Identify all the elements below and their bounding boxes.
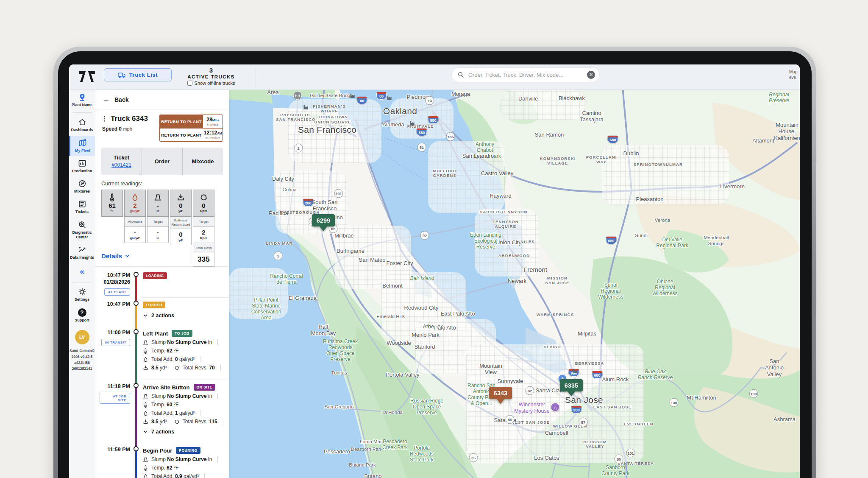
truck-detail-panel: ← Back ⋮ Truck 6343 Speed 0 mph RETURN T…: [95, 90, 229, 478]
sidebar-item-tickets[interactable]: Tickets: [69, 197, 95, 217]
route-shield-280: 280: [571, 406, 581, 414]
show-offline-label: Show off-line trucks: [195, 81, 235, 86]
route-shield-1: 1: [294, 144, 303, 153]
global-search[interactable]: ✕: [451, 67, 600, 82]
route-shield-101: 101: [626, 449, 635, 458]
sidebar-item-support[interactable]: ? Support: [69, 305, 95, 326]
sidebar-item-data-insights[interactable]: Data Insights: [69, 243, 95, 263]
route-shield-580: 580: [607, 136, 618, 143]
show-offline-checkbox[interactable]: [187, 81, 192, 86]
home-icon: [78, 118, 86, 126]
discharge-icon: [143, 419, 148, 425]
details-toggle[interactable]: Details: [101, 252, 148, 260]
urban-area: [475, 209, 538, 277]
thermometer-icon: [143, 348, 148, 354]
timeline-dot: [134, 329, 139, 334]
top-bar: Truck List 3 ACTIVE TRUCKS Show off-line…: [69, 64, 800, 90]
tab-order[interactable]: Order: [142, 148, 182, 175]
actions-toggle[interactable]: 7 actions: [143, 429, 224, 435]
search-input[interactable]: [468, 72, 583, 78]
sidebar: Plant Name Dashboards My Fleet Productio…: [69, 90, 95, 478]
truck-marker-6335[interactable]: 6335: [560, 379, 583, 396]
active-trucks-summary: 3 ACTIVE TRUCKS Show off-line trucks: [177, 67, 245, 86]
status-badge: AT PLANT: [104, 288, 130, 296]
question-icon: ?: [78, 308, 86, 317]
route-shield-85: 85: [506, 415, 515, 424]
gear-icon: [78, 288, 86, 296]
reading-row-additive: Total Add. 0.9 gal/yd³: [143, 473, 224, 478]
droplet-icon: [143, 357, 148, 362]
active-trucks-count: 3: [177, 67, 245, 74]
slump-cone-icon: [143, 457, 148, 462]
truck-marker-6343[interactable]: 6343: [489, 387, 512, 404]
sidebar-item-settings[interactable]: Settings: [69, 285, 95, 305]
desk-background: 8080580580880880680680280280101101113535…: [0, 0, 868, 478]
truck-list-label: Truck List: [129, 72, 158, 78]
search-icon: [458, 72, 464, 78]
route-shield-130: 130: [749, 389, 758, 398]
actions-toggle[interactable]: 2 actions: [143, 313, 224, 319]
clipped-map-text: Mapeve: [789, 69, 800, 80]
fleet-map-icon: [78, 139, 87, 147]
kebab-menu-icon[interactable]: ⋮: [101, 115, 108, 123]
factory-icon: [350, 92, 356, 100]
route-shield-92: 92: [420, 231, 429, 240]
sidebar-item-diagnostic-center[interactable]: Diagnostic Center: [69, 218, 95, 243]
discharge-icon: [143, 365, 148, 371]
sidebar-item-my-fleet[interactable]: My Fleet: [69, 136, 95, 156]
mixtures-wrench-icon: [78, 179, 86, 188]
tab-mixcode[interactable]: Mixcode: [182, 148, 223, 175]
timeline-entry-loading: 10:47 PM 01/28/2026 AT PLANT LOADING: [100, 268, 229, 297]
timeline-dot: [134, 301, 139, 306]
route-shield-87: 87: [579, 418, 588, 427]
clear-search-icon[interactable]: ✕: [587, 71, 595, 79]
truck-list-button[interactable]: Truck List: [104, 68, 172, 81]
status-badge: IN TRANSIT: [101, 339, 130, 346]
location-pin-icon: [78, 93, 86, 101]
sidebar-item-dashboards[interactable]: Dashboards: [69, 115, 95, 135]
timeline-dot: [134, 272, 139, 277]
urban-area: [428, 141, 504, 213]
phase-status-box[interactable]: RETURN TO PLANT 28Mins in phase RETURN T…: [159, 115, 223, 142]
tab-ticket[interactable]: Ticket #001421: [101, 148, 142, 175]
bar-chart-icon: [78, 159, 86, 168]
avatar[interactable]: LV: [75, 330, 89, 344]
phase-chip: POURING: [176, 447, 200, 454]
status-timeline: 10:47 PM 01/28/2026 AT PLANT LOADING 10:…: [95, 267, 229, 478]
speed-readout: Speed 0 mph: [102, 126, 148, 132]
drum-rotation-icon: [200, 193, 208, 201]
drum-rotation-icon: [174, 365, 180, 371]
reading-row-additive: Total Add. 1 gal/yd³: [143, 410, 224, 416]
route-shield-80: 80: [357, 97, 367, 104]
diagnostic-magnifier-icon: [78, 221, 86, 229]
drum-rotation-icon: [174, 419, 180, 425]
droplet-icon: [143, 474, 148, 478]
truck-title: Truck 6343: [111, 115, 148, 123]
route-shield-80: 80: [376, 92, 387, 100]
divider: [72, 112, 92, 113]
reading-row-temp: Temp. 62 ºF: [143, 348, 224, 354]
route-shield-580: 580: [428, 116, 438, 124]
reading-row-slump: Slump No Slump Curve in: [143, 339, 224, 345]
sidebar-item-production[interactable]: Production: [69, 156, 95, 176]
sidebar-item-mixtures[interactable]: Mixtures: [69, 176, 95, 197]
collapse-sidebar-button[interactable]: «: [80, 263, 84, 280]
chevron-down-icon: [125, 253, 130, 259]
trend-chart-icon: [78, 246, 86, 254]
back-button[interactable]: ← Back: [95, 90, 229, 109]
map-canvas[interactable]: 8080580580880880680680280280101101113535…: [229, 90, 800, 478]
ticket-number-link[interactable]: #001421: [111, 162, 131, 168]
truck-marker-6299[interactable]: 6299: [312, 214, 335, 231]
reading-row-temp: Temp. 62 ºF: [143, 465, 224, 471]
route-shield-185: 185: [446, 132, 455, 141]
route-shield-880: 880: [416, 129, 427, 136]
app-version-info: Saint-Gobain© 2026 v0.42.5 a422bf66 2601…: [70, 348, 95, 372]
sidebar-item-plant-name[interactable]: Plant Name: [69, 90, 95, 110]
discharge-icon: [177, 193, 185, 201]
brand-logo-icon: [79, 70, 95, 85]
truck-icon: [118, 72, 126, 78]
droplet-icon: [131, 193, 139, 201]
top-bar-divider: [256, 68, 256, 87]
factory-icon: [387, 95, 393, 102]
next-phase-label: RETURN TO PLANT: [160, 129, 203, 141]
